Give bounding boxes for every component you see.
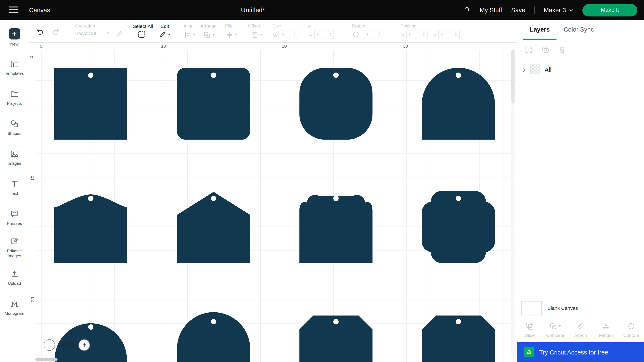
layer-group-all[interactable]: All xyxy=(517,59,644,80)
save-link[interactable]: Save xyxy=(511,7,525,14)
projects-icon xyxy=(10,89,19,98)
chevron-down-icon xyxy=(107,32,109,34)
sidebar-item-templates[interactable]: Templates xyxy=(0,52,29,83)
blank-canvas-label: Blank Canvas xyxy=(548,305,578,311)
sidebar-item-upload[interactable]: Upload xyxy=(0,262,29,293)
panel-actions xyxy=(517,40,644,59)
canvas-shape-curve-top[interactable] xyxy=(54,191,128,263)
rotate-input[interactable]: 0 xyxy=(362,30,383,39)
edit-pen-icon[interactable] xyxy=(159,31,170,38)
sidebar-item-label: Text xyxy=(1,191,28,196)
ruler-mark: 20 xyxy=(30,297,35,302)
document-title[interactable]: Untitled* xyxy=(241,0,265,20)
x-input[interactable]: 0 xyxy=(406,30,428,39)
machine-selector[interactable]: Maker 3 xyxy=(544,7,573,14)
flip-icon[interactable] xyxy=(226,31,238,38)
sidebar-item-label: Shapes xyxy=(1,131,28,136)
tool-attach[interactable]: Attach xyxy=(568,317,593,342)
width-input[interactable]: 0 xyxy=(278,30,298,39)
select-all-icon[interactable] xyxy=(138,30,146,39)
ruler-mark: 20 xyxy=(282,44,286,48)
sidebar-item-text[interactable]: Text xyxy=(0,173,29,203)
make-it-button[interactable]: Make It xyxy=(582,4,637,16)
tab-layers[interactable]: Layers xyxy=(523,20,557,40)
width-stepper[interactable] xyxy=(292,33,297,36)
tool-label: Flatten xyxy=(599,332,613,338)
sidebar-item-label: New xyxy=(1,42,28,47)
sidebar-item-new[interactable]: +New xyxy=(0,22,29,52)
contour-icon xyxy=(627,322,636,330)
offset-icon[interactable] xyxy=(251,31,262,38)
duplicate-icon[interactable] xyxy=(542,46,550,54)
banner-text: Try Cricut Access for free xyxy=(539,348,608,356)
select-all-label[interactable]: Select All xyxy=(133,24,153,29)
sidebar-item-editable-images[interactable]: Editable Images xyxy=(0,232,29,262)
canvas-shape-pentagon[interactable] xyxy=(177,191,250,263)
blank-canvas-row[interactable]: Blank Canvas xyxy=(517,299,644,317)
canvas-shape-squircle[interactable] xyxy=(300,68,373,140)
sidebar-item-monogram[interactable]: Monogram xyxy=(0,292,29,322)
height-label: H xyxy=(309,33,312,38)
ruler-mark: 10 xyxy=(161,44,166,48)
slice-icon xyxy=(526,322,534,330)
canvas-shape-cut-corner[interactable] xyxy=(422,312,495,362)
canvas-shape-arch[interactable] xyxy=(422,68,495,140)
canvas-shape-square[interactable] xyxy=(54,68,128,140)
tool-label: Combine xyxy=(546,332,564,338)
ruler-mark: 0 xyxy=(40,44,42,48)
canvas-shape-rounded-square[interactable] xyxy=(177,68,250,140)
sidebar-item-phrases[interactable]: Phrases xyxy=(0,202,29,232)
layer-thumbnail-checker xyxy=(530,64,540,74)
zoom-in-button[interactable]: + xyxy=(78,339,90,351)
chevron-down-icon xyxy=(168,34,170,36)
y-stepper[interactable] xyxy=(454,33,458,36)
x-stepper[interactable] xyxy=(422,33,426,36)
sidebar: +NewTemplatesProjectsShapesImagesTextPhr… xyxy=(0,20,29,362)
tool-combine[interactable]: Combine xyxy=(542,317,568,342)
select-corners-icon[interactable] xyxy=(524,46,532,54)
monogram-icon xyxy=(10,299,19,308)
rotate-label: Rotate xyxy=(352,24,365,28)
height-input[interactable]: 0 xyxy=(314,30,334,39)
align-icon[interactable] xyxy=(184,31,196,38)
zoom-out-button[interactable]: − xyxy=(44,339,55,351)
canvas-shape-ornate[interactable] xyxy=(422,191,495,263)
horizontal-scrollbar[interactable] xyxy=(36,358,58,361)
undo-button[interactable] xyxy=(36,27,44,36)
sidebar-item-label: Editable Images xyxy=(1,248,28,259)
design-canvas[interactable]: 0102030 01020 − 100% + xyxy=(29,43,517,362)
rotate-stepper[interactable] xyxy=(377,33,382,36)
sidebar-item-images[interactable]: Images xyxy=(0,142,29,173)
menu-icon[interactable] xyxy=(8,7,18,14)
operation-color-swatch[interactable] xyxy=(116,30,122,38)
canvas-shape-dome[interactable] xyxy=(177,312,250,362)
my-stuff-link[interactable]: My Stuff xyxy=(480,7,502,14)
vertical-scrollbar[interactable] xyxy=(511,50,514,357)
tool-label: Contour xyxy=(623,332,639,338)
cricut-access-banner[interactable]: a Try Cricut Access for free xyxy=(517,342,644,362)
position-label: Position xyxy=(400,24,416,28)
notifications-bell-icon[interactable] xyxy=(463,6,470,14)
sidebar-item-shapes[interactable]: Shapes xyxy=(0,112,29,142)
canvas-shape-half-ellipse[interactable] xyxy=(54,312,128,362)
arrange-icon[interactable] xyxy=(203,31,215,38)
height-stepper[interactable] xyxy=(328,33,333,36)
canvas-shape-bracket[interactable] xyxy=(300,191,373,263)
zoom-control: − 100% + xyxy=(44,339,90,351)
canvas-shape-cut-corner[interactable] xyxy=(300,312,373,362)
panel-tabs: LayersColor Sync xyxy=(517,20,644,40)
tab-color-sync[interactable]: Color Sync xyxy=(557,20,601,40)
canvas-menu-label[interactable]: Canvas xyxy=(29,0,50,20)
tool-contour[interactable]: Contour xyxy=(619,317,644,342)
operation-select[interactable]: Basic Cut xyxy=(75,30,109,36)
tool-flatten[interactable]: Flatten xyxy=(593,317,619,342)
tool-slice[interactable]: Slice xyxy=(517,317,542,342)
lock-ratio-icon[interactable] xyxy=(307,24,312,30)
redo-button[interactable] xyxy=(51,27,60,36)
trash-icon[interactable] xyxy=(558,46,566,54)
shapes-icon xyxy=(10,119,19,128)
sidebar-item-projects[interactable]: Projects xyxy=(0,83,29,113)
edit-label[interactable]: Edit xyxy=(160,24,169,29)
y-input[interactable]: 0 xyxy=(438,30,460,39)
rotate-icon[interactable] xyxy=(352,31,360,38)
